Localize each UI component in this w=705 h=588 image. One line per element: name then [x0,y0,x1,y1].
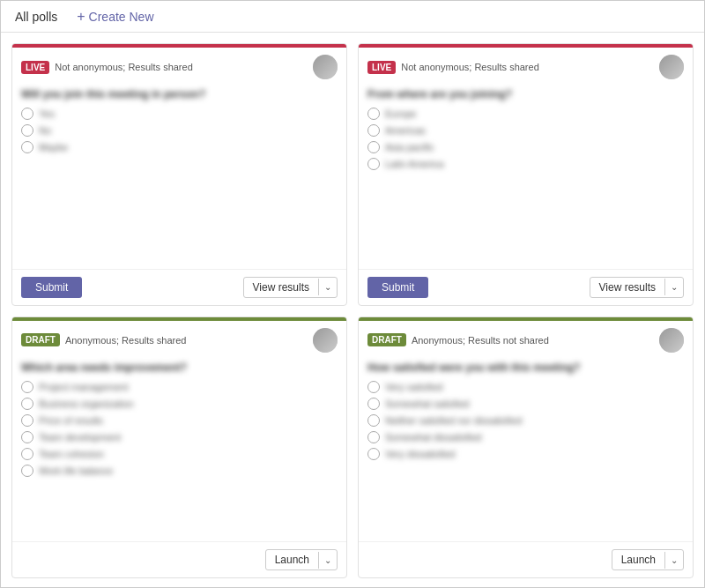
radio-circle[interactable] [367,124,380,137]
poll-option[interactable]: Maybe [21,141,338,153]
poll-question: How satisfied were you with this meeting… [367,361,684,374]
poll-options: Project management Business organization… [21,381,338,477]
poll-option[interactable]: Asia pacific [367,141,684,153]
launch-button[interactable]: Launch ⌄ [612,549,684,570]
avatar [659,55,684,79]
avatar [313,55,338,79]
option-text: Yes [39,108,55,119]
option-text: Very satisfied [385,382,442,392]
page-header: All polls + Create New [1,1,704,33]
radio-circle[interactable] [367,431,380,443]
poll-option[interactable]: Somewhat dissatisfied [367,431,684,443]
option-text: Europe [385,108,416,119]
poll-meta: Not anonymous; Results shared [55,62,193,72]
poll-option[interactable]: Very dissatisfied [367,448,684,460]
poll-card-footer: Launch ⌄ [12,541,346,577]
poll-question: Will you join this meeting in person? [21,88,338,100]
poll-meta: Anonymous; Results not shared [412,335,549,346]
poll-card-footer: Submit View results ⌄ [359,269,693,305]
radio-circle[interactable] [21,141,33,153]
poll-option[interactable]: Europe [367,108,684,120]
poll-option[interactable]: Project management [21,381,338,393]
option-text: Latin America [385,159,444,169]
avatar-image [313,328,338,353]
status-badge: LIVE [367,61,396,74]
poll-card-header: DRAFT Anonymous; Results shared [12,321,346,356]
radio-circle[interactable] [21,414,33,427]
radio-circle[interactable] [367,108,380,120]
create-new-button[interactable]: + Create New [71,7,159,26]
poll-card-footer: Submit View results ⌄ [12,269,346,305]
poll-card-header: DRAFT Anonymous; Results not shared [359,321,693,356]
view-results-button[interactable]: View results ⌄ [243,277,338,298]
radio-circle[interactable] [21,108,33,120]
poll-question: Which area needs improvement? [21,361,338,374]
avatar-image [659,55,684,79]
poll-option[interactable]: No [21,124,338,137]
poll-card-header: LIVE Not anonymous; Results shared [359,48,693,83]
plus-icon: + [77,9,85,25]
chevron-down-icon[interactable]: ⌄ [318,279,337,295]
radio-circle[interactable] [367,398,380,410]
option-text: Team development [39,432,121,443]
avatar [313,328,338,353]
option-text: Asia pacific [385,142,434,153]
poll-card-body: How satisfied were you with this meeting… [359,356,693,542]
chevron-down-icon[interactable]: ⌄ [664,279,683,295]
poll-card-3: DRAFT Anonymous; Results shared Which ar… [11,316,347,579]
radio-circle[interactable] [367,448,380,460]
status-badge: DRAFT [367,333,406,346]
poll-option[interactable]: Team development [21,431,338,443]
poll-option[interactable]: Very satisfied [367,381,684,393]
option-text: Maybe [39,142,68,153]
poll-option[interactable]: Price of results [21,414,338,427]
poll-meta: Not anonymous; Results shared [401,62,539,72]
radio-circle[interactable] [21,431,33,443]
option-text: Price of results [39,415,103,426]
status-badge: LIVE [21,61,49,74]
view-results-label: View results [590,278,664,297]
poll-card-body: From where are you joining? Europe Ameri… [359,83,693,269]
poll-option[interactable]: Yes [21,108,338,120]
poll-option[interactable]: Americas [367,124,684,137]
launch-button[interactable]: Launch ⌄ [265,549,338,570]
poll-card-body: Will you join this meeting in person? Ye… [12,83,346,269]
radio-circle[interactable] [367,414,380,427]
avatar-image [659,328,684,353]
radio-circle[interactable] [367,381,380,393]
radio-circle[interactable] [367,141,380,153]
launch-label: Launch [266,550,318,569]
poll-card-footer: Launch ⌄ [359,541,693,577]
option-text: Neither satisfied nor dissatisfied [385,415,522,426]
create-new-label: Create New [89,10,154,24]
submit-button[interactable]: Submit [367,277,428,298]
poll-question: From where are you joining? [367,88,684,100]
radio-circle[interactable] [21,124,33,137]
radio-circle[interactable] [367,158,380,170]
radio-circle[interactable] [21,381,33,393]
option-text: Project management [39,382,129,392]
submit-button[interactable]: Submit [21,277,82,298]
poll-option[interactable]: Team cohesion [21,448,338,460]
poll-option[interactable]: Neither satisfied nor dissatisfied [367,414,684,427]
option-text: Americas [385,125,426,136]
option-text: Somewhat satisfied [385,398,469,409]
poll-option[interactable]: Latin America [367,158,684,170]
launch-label: Launch [612,550,664,569]
chevron-down-icon[interactable]: ⌄ [664,552,683,569]
poll-card-header: LIVE Not anonymous; Results shared [12,48,346,83]
radio-circle[interactable] [21,448,33,460]
chevron-down-icon[interactable]: ⌄ [318,552,337,569]
option-text: Work life balance [39,465,113,476]
poll-options: Yes No Maybe [21,108,338,153]
radio-circle[interactable] [21,465,33,477]
poll-option[interactable]: Somewhat satisfied [367,398,684,410]
poll-card-body: Which area needs improvement? Project ma… [12,356,346,542]
radio-circle[interactable] [21,398,33,410]
poll-card-4: DRAFT Anonymous; Results not shared How … [358,316,694,579]
view-results-button[interactable]: View results ⌄ [590,277,684,298]
poll-option[interactable]: Business organization [21,398,338,410]
option-text: Somewhat dissatisfied [385,432,481,443]
poll-status-row: DRAFT Anonymous; Results shared [21,333,186,346]
poll-option[interactable]: Work life balance [21,465,338,477]
